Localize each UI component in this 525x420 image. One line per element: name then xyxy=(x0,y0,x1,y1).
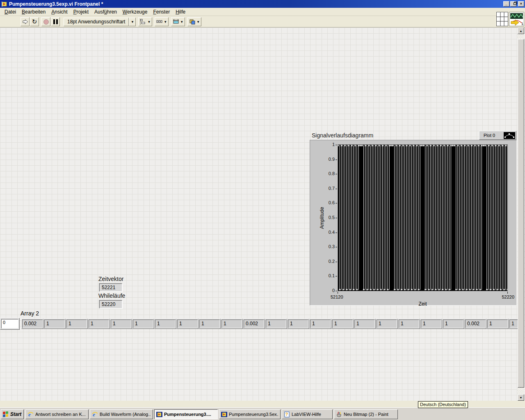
array-cell-value: 1 xyxy=(399,320,419,328)
menu-projekt[interactable]: Projekt xyxy=(71,8,91,16)
menu-ausfhren[interactable]: Ausführen xyxy=(91,8,120,16)
menubar: DateiBearbeitenAnsichtProjektAusführenWe… xyxy=(0,8,525,16)
array2-index-control[interactable]: 0 xyxy=(0,318,20,330)
y-tick-label: 0.6 xyxy=(310,200,335,205)
task-label: Build Waveform (Analog... xyxy=(100,412,151,417)
array-cell-19[interactable]: 1 xyxy=(442,319,464,329)
plot-legend[interactable]: Plot 0 xyxy=(479,131,516,140)
array-cell-7[interactable]: 1 xyxy=(176,319,199,329)
labview-logo-icon: 1 xyxy=(509,12,524,26)
y-tick-label: 0.9 xyxy=(310,157,335,162)
array-cell-value: 1 xyxy=(44,320,65,328)
menu-werkzeuge[interactable]: Werkzeuge xyxy=(120,8,151,16)
reorder-dropdown[interactable]: ▼ xyxy=(187,17,201,26)
front-panel[interactable]: Signalverlaufsdiagramm Plot 0 52120 5222… xyxy=(0,27,525,401)
array-cell-21[interactable]: 1 xyxy=(486,319,509,329)
pause-icon xyxy=(53,19,58,24)
array-cell-2[interactable]: 1 xyxy=(66,319,88,329)
array-cell-value: 1 xyxy=(221,320,242,328)
array-cell-13[interactable]: 1 xyxy=(309,319,331,329)
taskbar-task-6[interactable]: Neu Bitmap (2) - Paint xyxy=(334,409,398,419)
grid-icon xyxy=(497,12,508,26)
array2-label: Array 2 xyxy=(21,310,39,317)
y-tick-label: 0.3 xyxy=(310,244,335,249)
array-cell-20[interactable]: 0.002 xyxy=(464,319,486,329)
y-tick-label: 0 xyxy=(310,288,335,293)
array-cell-18[interactable]: 1 xyxy=(420,319,442,329)
array-cell-4[interactable]: 1 xyxy=(110,319,132,329)
x-tick xyxy=(338,292,338,294)
array-cell-1[interactable]: 1 xyxy=(43,319,66,329)
abort-button[interactable] xyxy=(41,17,50,26)
menu-datei[interactable]: Datei xyxy=(2,8,19,16)
array-cell-value: 1 xyxy=(421,320,441,328)
run-continuous-button[interactable]: ↻ xyxy=(30,17,39,26)
array-cell-15[interactable]: 1 xyxy=(354,319,376,329)
array-cell-value: 1 xyxy=(199,320,220,328)
pause-button[interactable] xyxy=(51,17,60,26)
array-cell-11[interactable]: 1 xyxy=(265,319,287,329)
array-cell-12[interactable]: 1 xyxy=(287,319,309,329)
task-label: Antwort schreiben an K... xyxy=(35,412,86,417)
array-cell-8[interactable]: 1 xyxy=(199,319,221,329)
minimize-button[interactable]: _ xyxy=(503,1,509,7)
task-buttons: eAntwort schreiben an K...eBuild Wavefor… xyxy=(25,409,398,419)
menu-bearbeiten[interactable]: Bearbeiten xyxy=(19,8,48,16)
y-tick-label: 0.4 xyxy=(310,230,335,235)
vertical-scroll-thumb[interactable] xyxy=(518,39,524,388)
labview-window: Pumpensteuerung3.5exp.vi Frontpanel * _ … xyxy=(0,0,525,420)
array-cell-0[interactable]: 0.002 xyxy=(21,319,43,329)
taskbar-task-2[interactable]: eBuild Waveform (Analog... xyxy=(90,409,153,419)
align-objects-dropdown[interactable]: ▼ xyxy=(138,17,152,26)
taskbar-task-4[interactable]: Pumpensteuerung3.5ex... xyxy=(219,409,281,419)
labview-logo-button[interactable]: 1 xyxy=(509,12,524,26)
abort-icon xyxy=(43,19,49,25)
y-tick-label: 0.1 xyxy=(310,273,335,278)
array-cell-16[interactable]: 1 xyxy=(376,319,398,329)
array-cell-value: 1 xyxy=(377,320,397,328)
menu-fenster[interactable]: Fenster xyxy=(150,8,173,16)
y-tick xyxy=(336,276,337,276)
y-tick xyxy=(336,160,337,160)
array-cell-10[interactable]: 0.002 xyxy=(243,319,265,329)
array-cell-value: 1 xyxy=(354,320,375,328)
distribute-objects-dropdown[interactable]: ▼ xyxy=(155,17,169,26)
array-cell-14[interactable]: 1 xyxy=(331,319,354,329)
chart-title: Signalverlaufsdiagramm xyxy=(312,132,373,139)
restore-button[interactable] xyxy=(510,1,516,7)
distribute-objects-icon xyxy=(156,19,163,25)
taskbar: Start eAntwort schreiben an K...eBuild W… xyxy=(0,407,525,420)
reorder-icon xyxy=(189,19,196,25)
menu-hilfe[interactable]: Hilfe xyxy=(173,8,188,16)
array-cell-3[interactable]: 1 xyxy=(88,319,110,329)
resize-objects-dropdown[interactable]: ▼ xyxy=(171,17,185,26)
array-cell-9[interactable]: 1 xyxy=(221,319,243,329)
font-selector-dropdown[interactable]: ▼ xyxy=(129,18,136,26)
array-cell-6[interactable]: 1 xyxy=(154,319,176,329)
whilelaeufe-value[interactable]: 52220 xyxy=(99,300,122,308)
toolbar: ↻ 18pt Anwendungsschriftart ▼ ▼ ▼ ▼ xyxy=(0,16,525,27)
taskbar-task-1[interactable]: eAntwort schreiben an K... xyxy=(25,409,89,419)
grid-alignment-button[interactable] xyxy=(496,12,508,26)
waveform-chart[interactable]: 52120 52220 Zeit Amplitude 00.10.20.30.4… xyxy=(310,140,517,306)
array-cell-5[interactable]: 1 xyxy=(132,319,154,329)
array-cell-17[interactable]: 1 xyxy=(398,319,420,329)
taskbar-task-5[interactable]: ?LabVIEW-Hilfe xyxy=(282,409,333,419)
array-cell-22[interactable]: 1 xyxy=(509,319,518,329)
array-cell-value: 1 xyxy=(288,320,308,328)
vertical-scrollbar[interactable]: ▲ ▼ xyxy=(518,27,524,401)
font-selector[interactable]: 18pt Anwendungsschriftart xyxy=(64,18,129,26)
array2-index-value[interactable]: 0 xyxy=(1,319,18,329)
titlebar[interactable]: Pumpensteuerung3.5exp.vi Frontpanel * _ … xyxy=(0,0,525,8)
y-tick xyxy=(336,145,337,145)
menu-ansicht[interactable]: Ansicht xyxy=(48,8,70,16)
run-button[interactable] xyxy=(21,17,30,26)
close-button[interactable]: × xyxy=(518,1,524,7)
plot-area[interactable] xyxy=(338,144,508,291)
scroll-up-button[interactable]: ▲ xyxy=(518,27,524,34)
start-button[interactable]: Start xyxy=(1,409,24,419)
zeitvektor-value[interactable]: 52221 xyxy=(99,283,122,292)
array-cell-value: 1 xyxy=(266,320,286,328)
scroll-down-button[interactable]: ▼ xyxy=(518,394,524,401)
taskbar-task-3[interactable]: Pumpensteuerung3.... xyxy=(154,409,218,419)
